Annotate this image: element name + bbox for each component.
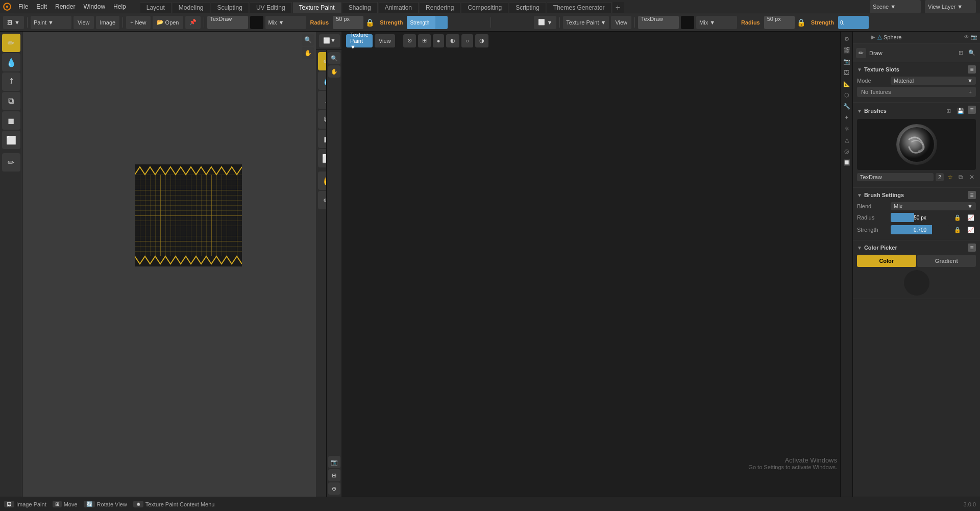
vp-viewport-shading[interactable]: ● bbox=[433, 34, 445, 47]
radius-lock-panel-btn[interactable]: 🔒 bbox=[952, 212, 963, 223]
vp-camera-view-btn[interactable]: 📷 bbox=[328, 456, 340, 468]
properties-scene-btn[interactable]: 🎬 bbox=[842, 45, 852, 55]
brush-fake-user-btn[interactable]: ☆ bbox=[946, 172, 954, 182]
draw-tool-btn[interactable]: ✏ bbox=[2, 34, 20, 52]
brush-save-btn[interactable]: 💾 bbox=[955, 106, 966, 116]
vp-mat-preview-shading[interactable]: ◑ bbox=[475, 34, 488, 47]
properties-texture-btn[interactable]: 🔲 bbox=[842, 157, 852, 167]
new-image-btn[interactable]: + New bbox=[126, 16, 150, 29]
vp-rendered-shading[interactable]: ○ bbox=[461, 34, 473, 47]
color-picker-header[interactable]: ▼ Color Picker ≡ bbox=[857, 244, 976, 252]
gradient-mode-btn[interactable]: Gradient bbox=[917, 255, 976, 267]
color-swatch-3d[interactable] bbox=[681, 16, 694, 29]
scene-selector[interactable]: Scene ▼ bbox=[870, 0, 921, 13]
menu-window[interactable]: Window bbox=[79, 0, 109, 13]
tab-modeling[interactable]: Modeling bbox=[173, 2, 210, 13]
radius-bar[interactable]: 50 px bbox=[891, 213, 949, 222]
mode-dropdown-panel[interactable]: Material ▼ bbox=[891, 77, 976, 85]
vp-view-btn[interactable]: View bbox=[375, 34, 395, 47]
menu-file[interactable]: File bbox=[14, 0, 32, 13]
fill-tool-btn[interactable]: ◼ bbox=[2, 111, 20, 130]
radius-3d-input[interactable]: 50 px bbox=[764, 16, 795, 29]
prop-search-btn[interactable]: 🔍 bbox=[967, 48, 977, 58]
open-image-btn[interactable]: 📂 Open bbox=[153, 16, 183, 29]
tab-shading[interactable]: Shading bbox=[342, 2, 378, 13]
no-textures-add-btn[interactable]: + bbox=[969, 89, 972, 95]
brush-name-input[interactable]: TexDraw bbox=[207, 16, 248, 29]
vp-grid-view-btn[interactable]: ⊞ bbox=[328, 469, 340, 481]
strength-slider[interactable]: Strength bbox=[407, 16, 448, 29]
properties-modifier-btn[interactable]: 🔧 bbox=[842, 101, 852, 111]
color-swatch[interactable] bbox=[250, 16, 263, 29]
vp-texture-paint-mode[interactable]: Texture Paint ▼ bbox=[346, 34, 373, 47]
properties-output-btn[interactable]: 🖼 bbox=[842, 67, 852, 78]
brushes-menu-btn[interactable]: ≡ bbox=[968, 106, 976, 114]
sphere-item[interactable]: ▶ △ Sphere 👁 📷 bbox=[856, 33, 977, 41]
pan-tool-btn[interactable]: ✋ bbox=[302, 47, 314, 59]
properties-render-btn[interactable]: 📷 bbox=[842, 56, 852, 66]
menu-help[interactable]: Help bbox=[109, 0, 130, 13]
zoom-tool-btn[interactable]: 🔍 bbox=[302, 34, 314, 46]
blend-mode-dropdown[interactable]: Mix ▼ bbox=[265, 16, 306, 29]
vp-zoom-btn[interactable]: 🔍 bbox=[328, 52, 340, 64]
tab-animation[interactable]: Animation bbox=[379, 2, 419, 13]
color-picker-menu-btn[interactable]: ≡ bbox=[968, 244, 976, 252]
properties-object-data-btn[interactable]: △ bbox=[842, 135, 852, 145]
tab-texture-paint[interactable]: Texture Paint bbox=[293, 2, 341, 13]
editor-type-3d-btn[interactable]: ⬜▼ bbox=[534, 16, 556, 29]
strength-3d-slider[interactable]: 0. bbox=[838, 16, 869, 29]
color-wheel[interactable] bbox=[904, 270, 929, 296]
vp-pan-btn[interactable]: ✋ bbox=[328, 65, 340, 78]
vp-editor-type-btn[interactable]: ⬜▼ bbox=[319, 34, 340, 47]
brush-expand-btn[interactable]: ⊞ bbox=[943, 106, 953, 116]
blend-mode-3d-dropdown[interactable]: Mix ▼ bbox=[696, 16, 737, 29]
brush-name-field[interactable] bbox=[857, 173, 934, 181]
mode-3d-dropdown[interactable]: Texture Paint ▼ bbox=[563, 16, 609, 29]
tab-sculpting[interactable]: Sculpting bbox=[211, 2, 249, 13]
radius-curve-btn[interactable]: 📈 bbox=[966, 212, 976, 223]
properties-active-tool-btn[interactable]: ⚙ bbox=[842, 34, 852, 44]
add-workspace-button[interactable]: + bbox=[612, 2, 624, 13]
draw-mode-icon[interactable]: ✏ bbox=[856, 48, 866, 58]
brushes-header[interactable]: ▼ Brushes ⊞ 💾 ≡ bbox=[857, 106, 976, 116]
tab-uv-editing[interactable]: UV Editing bbox=[250, 2, 292, 13]
view-3d-btn[interactable]: View bbox=[611, 16, 631, 29]
tab-themes-generator[interactable]: Themes Generator bbox=[547, 2, 611, 13]
clone-tool-btn[interactable]: ⧉ bbox=[2, 92, 20, 110]
smear-tool-btn[interactable]: ⤴ bbox=[2, 72, 20, 91]
brush-settings-header[interactable]: ▼ Brush Settings ≡ bbox=[857, 191, 976, 199]
texture-slots-menu-btn[interactable]: ≡ bbox=[968, 65, 976, 74]
tab-scripting[interactable]: Scripting bbox=[509, 2, 546, 13]
vp-snap-btn[interactable]: ⊕ bbox=[328, 482, 340, 495]
prop-filter-btn[interactable]: ⊞ bbox=[955, 48, 966, 58]
brush-copy-btn[interactable]: ⧉ bbox=[957, 172, 965, 182]
strength-curve-btn[interactable]: 📈 bbox=[966, 225, 976, 235]
vp-solid-shading[interactable]: ◐ bbox=[446, 34, 459, 47]
properties-material-btn[interactable]: ◎ bbox=[842, 146, 852, 156]
blend-dropdown[interactable]: Mix ▼ bbox=[891, 202, 976, 210]
brush-settings-menu-btn[interactable]: ≡ bbox=[968, 191, 976, 199]
properties-object-btn[interactable]: ⬡ bbox=[842, 90, 852, 100]
vp-overlay-btn[interactable]: ⊙ bbox=[403, 34, 416, 47]
image-menu-btn[interactable]: Image bbox=[96, 16, 120, 29]
tab-compositing[interactable]: Compositing bbox=[461, 2, 508, 13]
radius-3d-lock-btn[interactable]: 🔒 bbox=[797, 16, 807, 29]
blender-logo[interactable] bbox=[0, 0, 14, 13]
view-menu-btn[interactable]: View bbox=[74, 16, 94, 29]
menu-render[interactable]: Render bbox=[51, 0, 79, 13]
soften-tool-btn[interactable]: 💧 bbox=[2, 53, 20, 71]
brush-remove-btn[interactable]: ✕ bbox=[967, 172, 976, 182]
tab-layout[interactable]: Layout bbox=[140, 2, 172, 13]
mask-tool-btn[interactable]: ⬜ bbox=[2, 131, 20, 149]
tab-rendering[interactable]: Rendering bbox=[420, 2, 460, 13]
strength-bar[interactable]: 0.700 bbox=[891, 225, 949, 234]
mode-dropdown[interactable]: Paint ▼ bbox=[31, 16, 71, 29]
radius-input[interactable]: 50 px bbox=[333, 16, 363, 29]
vp-gizmo-btn[interactable]: ⊞ bbox=[418, 34, 431, 47]
color-mode-btn[interactable]: Color bbox=[857, 255, 916, 267]
annotate-tool-btn[interactable]: ✏ bbox=[2, 153, 20, 172]
pin-btn[interactable]: 📌 bbox=[185, 16, 201, 29]
properties-view-layer-btn[interactable]: 📐 bbox=[842, 79, 852, 89]
brush-name-3d-input[interactable]: TexDraw bbox=[638, 16, 679, 29]
properties-particle-btn[interactable]: ✦ bbox=[842, 112, 852, 123]
